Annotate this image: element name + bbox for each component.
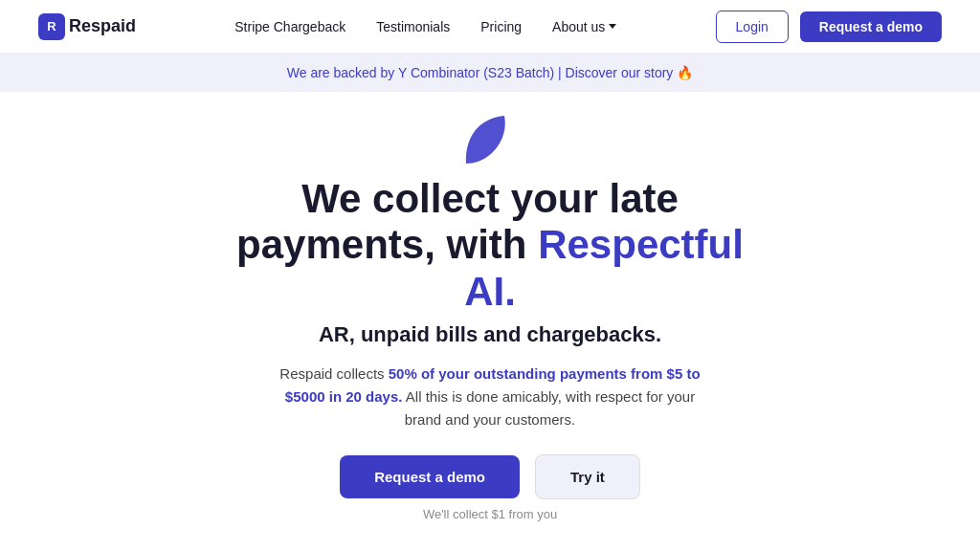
- description-suffix: All this is done amicably, with respect …: [402, 388, 695, 428]
- description-prefix: Respaid collects: [279, 365, 388, 382]
- hero-heading: We collect your late payments, with Resp…: [222, 176, 758, 315]
- yc-banner[interactable]: We are backed by Y Combinator (S23 Batch…: [0, 54, 980, 92]
- brand-name: Respaid: [69, 16, 136, 36]
- nav-testimonials[interactable]: Testimonials: [376, 19, 450, 34]
- hero-description: Respaid collects 50% of your outstanding…: [270, 363, 710, 431]
- chevron-down-icon: [609, 24, 616, 29]
- leaf-icon: [457, 111, 523, 168]
- hero-buttons: Request a demo Try it: [340, 454, 640, 499]
- nav-about-us[interactable]: About us: [552, 19, 616, 34]
- nav-links: Stripe Chargeback Testimonials Pricing A…: [234, 18, 616, 35]
- banner-text: We are backed by Y Combinator (S23 Batch…: [287, 65, 693, 80]
- request-demo-nav-button[interactable]: Request a demo: [800, 11, 942, 42]
- try-it-button[interactable]: Try it: [535, 454, 640, 499]
- logo-icon: R: [38, 13, 65, 40]
- request-demo-hero-button[interactable]: Request a demo: [340, 455, 520, 498]
- nav-actions: Login Request a demo: [716, 11, 942, 43]
- navbar: R Respaid Stripe Chargeback Testimonials…: [0, 0, 980, 54]
- logo[interactable]: R Respaid: [38, 13, 136, 40]
- nav-pricing[interactable]: Pricing: [480, 19, 522, 34]
- collect-note: We'll collect $1 from you: [423, 507, 557, 521]
- nav-stripe-chargeback[interactable]: Stripe Chargeback: [234, 19, 345, 34]
- hero-section: We collect your late payments, with Resp…: [0, 92, 980, 521]
- login-button[interactable]: Login: [716, 11, 789, 43]
- hero-subheading: AR, unpaid bills and chargebacks.: [319, 322, 661, 347]
